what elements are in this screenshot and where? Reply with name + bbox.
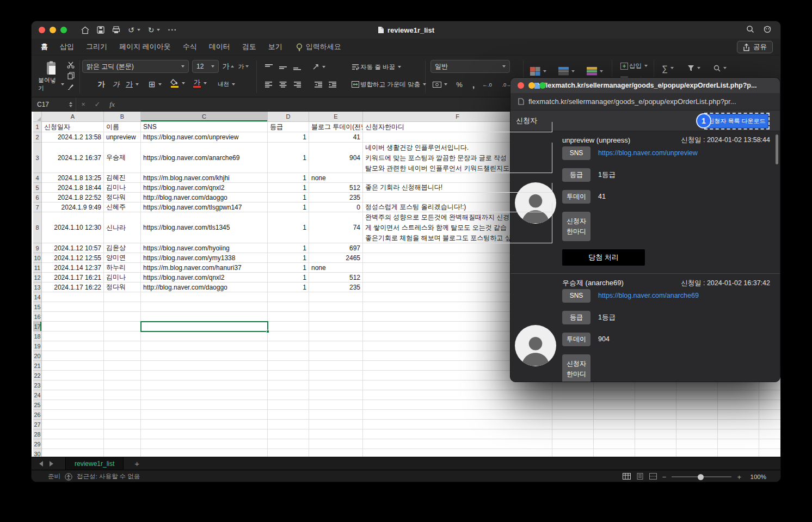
cell-x25[interactable] — [759, 400, 780, 410]
cell-E1[interactable]: 블로그 투데이(전날 — [309, 122, 363, 132]
cell-A28[interactable] — [42, 429, 104, 439]
phonetic-button[interactable]: 내천 — [218, 78, 235, 90]
cell-C21[interactable] — [141, 361, 268, 371]
cell-F28[interactable] — [363, 429, 552, 439]
row-header-24[interactable]: 24 — [33, 390, 42, 400]
font-size-select[interactable]: 12 — [192, 60, 219, 73]
cell-E18[interactable] — [309, 331, 363, 341]
ribbon-tab-6[interactable]: 데이터 — [203, 39, 236, 55]
cell-E15[interactable] — [309, 302, 363, 312]
prev-sheet-icon[interactable] — [39, 461, 43, 466]
align-right-icon[interactable] — [291, 78, 303, 90]
row-header-29[interactable]: 29 — [33, 439, 42, 449]
cell-K25[interactable] — [718, 400, 759, 410]
row-header-16[interactable]: 16 — [33, 312, 42, 322]
cell-A4[interactable]: 2024.1.8 13:25 — [42, 173, 104, 183]
fill-handle[interactable] — [266, 330, 269, 333]
align-middle-icon[interactable] — [277, 61, 289, 73]
accounting-format-button[interactable] — [433, 78, 447, 90]
save-icon[interactable] — [97, 26, 104, 34]
cell-A19[interactable] — [42, 341, 104, 351]
select-all-corner[interactable] — [33, 112, 42, 122]
cell-E25[interactable] — [309, 400, 363, 410]
cell-A18[interactable] — [42, 331, 104, 341]
cell-E7[interactable]: 0 — [309, 202, 363, 212]
cell-I27[interactable] — [635, 420, 676, 429]
cell-G26[interactable] — [552, 410, 594, 420]
format-painter-icon[interactable] — [65, 82, 76, 91]
ribbon-tab-1[interactable]: 홈 — [35, 39, 54, 55]
row-header-12[interactable]: 12 — [33, 273, 42, 283]
cell-C2[interactable]: https://blog.naver.com/unpreview — [141, 132, 268, 143]
cell-D4[interactable]: 1 — [268, 173, 309, 183]
cell-E11[interactable]: none — [309, 263, 363, 273]
row-header-17[interactable]: 17 — [33, 322, 42, 331]
cell-B14[interactable] — [104, 292, 141, 302]
cell-x28[interactable] — [759, 429, 780, 439]
cell-C6[interactable]: http://blog.naver.com/daoggo — [141, 193, 268, 202]
download-applicant-list-button[interactable]: 신청자 목록 다운로드 — [706, 114, 768, 128]
cell-A16[interactable] — [42, 312, 104, 322]
percent-style-button[interactable]: % — [453, 78, 465, 90]
row-header-15[interactable]: 15 — [33, 302, 42, 312]
cell-H25[interactable] — [594, 400, 635, 410]
cell-E13[interactable]: 235 — [309, 283, 363, 292]
cell-J27[interactable] — [676, 420, 718, 429]
cell-G30[interactable] — [552, 449, 594, 457]
row-header-21[interactable]: 21 — [33, 361, 42, 371]
row-header-14[interactable]: 14 — [33, 292, 42, 302]
column-header-A[interactable]: A — [42, 112, 104, 122]
cancel-entry-icon[interactable]: × — [76, 100, 90, 108]
row-header-26[interactable]: 26 — [33, 410, 42, 420]
cell-C30[interactable] — [141, 449, 268, 457]
cell-A15[interactable] — [42, 302, 104, 312]
cell-C1[interactable]: SNS — [141, 122, 268, 132]
zoom-slider-thumb[interactable] — [698, 474, 704, 480]
cell-E10[interactable]: 2465 — [309, 253, 363, 263]
cell-F29[interactable] — [363, 439, 552, 449]
cell-F26[interactable] — [363, 410, 552, 420]
cell-x27[interactable] — [759, 420, 780, 429]
increase-font-button[interactable]: 가 — [222, 60, 234, 72]
row-header-8[interactable]: 8 — [33, 212, 42, 243]
row-header-30[interactable]: 30 — [33, 449, 42, 457]
cell-A6[interactable]: 2024.1.8 22:52 — [42, 193, 104, 202]
row-header-9[interactable]: 9 — [33, 243, 42, 253]
underline-button[interactable]: 가 — [126, 78, 139, 90]
cell-F24[interactable] — [363, 390, 552, 400]
cell-E26[interactable] — [309, 410, 363, 420]
cell-D17[interactable] — [268, 322, 309, 331]
cell-A25[interactable] — [42, 400, 104, 410]
cell-D13[interactable]: 1 — [268, 283, 309, 292]
bold-button[interactable]: 가 — [95, 78, 107, 90]
autosum-button[interactable]: ∑ — [662, 62, 674, 74]
cell-K24[interactable] — [718, 390, 759, 400]
cell-E28[interactable] — [309, 429, 363, 439]
row-header-25[interactable]: 25 — [33, 400, 42, 410]
cell-G24[interactable] — [552, 390, 594, 400]
share-button[interactable]: 공유 — [737, 41, 773, 53]
cell-A5[interactable]: 2024.1.8 18:44 — [42, 183, 104, 193]
cell-C9[interactable]: https://blog.naver.com/hyoiing — [141, 243, 268, 253]
name-box[interactable]: C17 — [32, 97, 76, 112]
normal-view-icon[interactable] — [623, 473, 631, 481]
cell-D21[interactable] — [268, 361, 309, 371]
cell-C4[interactable]: https://m.blog.naver.com/khjhi — [141, 173, 268, 183]
cell-A20[interactable] — [42, 351, 104, 361]
merge-center-button[interactable]: 병합하고 가운데 맞춤 — [352, 78, 426, 90]
cell-C26[interactable] — [141, 410, 268, 420]
cell-H30[interactable] — [594, 449, 635, 457]
cell-E16[interactable] — [309, 312, 363, 322]
row-header-20[interactable]: 20 — [33, 351, 42, 361]
cell-x24[interactable] — [759, 390, 780, 400]
cell-B25[interactable] — [104, 400, 141, 410]
cell-K26[interactable] — [718, 410, 759, 420]
cell-C16[interactable] — [141, 312, 268, 322]
cell-E17[interactable] — [309, 322, 363, 331]
fullscreen-button[interactable] — [60, 27, 67, 33]
cell-x30[interactable] — [759, 449, 780, 457]
align-center-icon[interactable] — [277, 78, 289, 90]
cell-E4[interactable]: none — [309, 173, 363, 183]
cell-A29[interactable] — [42, 439, 104, 449]
cell-G27[interactable] — [552, 420, 594, 429]
